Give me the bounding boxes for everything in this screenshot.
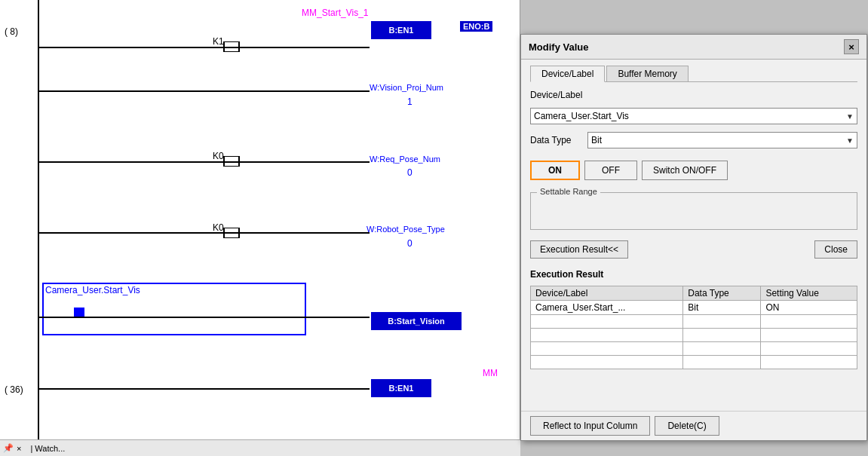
settable-range-group: Settable Range xyxy=(530,192,857,230)
table-empty-row-4 xyxy=(531,356,857,369)
dialog-footer: Reflect to Input Column Delete(C) xyxy=(521,411,866,440)
dialog-title: Modify Value xyxy=(529,41,588,53)
h-line-k1 xyxy=(38,90,370,92)
h-line-k0-2 xyxy=(38,232,370,234)
tab-bar: Device/Label Buffer Memory xyxy=(530,66,857,82)
execution-result-table: Device/Label Data Type Setting Value Cam… xyxy=(530,286,857,369)
contact-k1-top xyxy=(223,41,238,42)
execution-result-button[interactable]: Execution Result<< xyxy=(530,240,628,259)
row-36-number: ( 36) xyxy=(5,384,23,395)
cell-value: ON xyxy=(761,301,857,315)
col-header-setting: Setting Value xyxy=(761,286,857,301)
device-label-input-row: Camera_User.Start_Vis ▼ xyxy=(530,108,857,124)
k1-label: K1 xyxy=(213,36,224,47)
table-row: Camera_User.Start_... Bit ON xyxy=(531,301,857,315)
b-start-vision-block: B:Start_Vision xyxy=(371,312,462,330)
data-type-row: Data Type Bit ▼ xyxy=(530,132,857,148)
ladder-diagram: MM_Start_Vis_1 ( 8) B:EN1 ENO:B K1 W:Vis… xyxy=(0,0,520,456)
vision-proj-label: W:Vision_Proj_Num xyxy=(370,83,443,92)
data-type-label: Data Type xyxy=(530,135,583,145)
table-empty-row-3 xyxy=(531,342,857,356)
contact-k1-right xyxy=(238,41,240,52)
device-label-label: Device/Label xyxy=(530,90,583,100)
contact-k0-1-bot xyxy=(223,166,238,167)
ben1-block-top: B:EN1 xyxy=(371,21,431,39)
contact-k0-2-bot xyxy=(223,237,238,238)
left-rail xyxy=(38,0,39,456)
table-empty-row-1 xyxy=(531,315,857,329)
device-label-row: Device/Label xyxy=(530,90,857,100)
h-line-row36 xyxy=(38,388,370,390)
req-pose-val: 0 xyxy=(407,167,413,178)
contact-k1-bot xyxy=(223,51,238,52)
bottom-bar: 📌 × | Watch... xyxy=(0,439,520,456)
on-button[interactable]: ON xyxy=(530,161,580,180)
cell-datatype: Bit xyxy=(683,301,761,315)
execution-result-section-label: Execution Result xyxy=(530,269,857,280)
robot-pose-val: 0 xyxy=(407,238,413,249)
close-action-button[interactable]: Close xyxy=(814,240,857,259)
reflect-to-input-button[interactable]: Reflect to Input Column xyxy=(530,416,650,436)
h-line-row8 xyxy=(38,47,370,48)
data-type-arrow: ▼ xyxy=(846,136,854,145)
off-button[interactable]: OFF xyxy=(584,161,637,180)
data-type-value: Bit xyxy=(591,135,602,145)
tab-buffer-memory[interactable]: Buffer Memory xyxy=(606,66,688,81)
table-empty-row-2 xyxy=(531,329,857,342)
modify-value-dialog: Modify Value × Device/Label Buffer Memor… xyxy=(520,34,867,441)
data-type-select[interactable]: Bit ▼ xyxy=(587,132,857,148)
device-label-input[interactable]: Camera_User.Start_Vis ▼ xyxy=(530,108,857,124)
close-button[interactable]: × xyxy=(844,39,859,54)
dialog-titlebar: Modify Value × xyxy=(521,35,866,60)
contact-k1-left xyxy=(223,41,225,52)
mm-label: MM xyxy=(483,368,498,378)
on-off-row: ON OFF Switch ON/OFF xyxy=(530,161,857,180)
camera-user-label: Camera_User.Start_Vis xyxy=(45,285,140,295)
col-header-datatype: Data Type xyxy=(683,286,761,301)
device-label-arrow: ▼ xyxy=(846,112,854,121)
robot-pose-label: W:Robot_Pose_Type xyxy=(367,225,445,234)
h-line-camera xyxy=(38,317,370,318)
req-pose-label: W:Req_Pose_Num xyxy=(370,155,440,164)
mm-start-vis-label: MM_Start_Vis_1 xyxy=(302,8,368,18)
delete-button[interactable]: Delete(C) xyxy=(655,416,719,436)
dialog-body: Device/Label Buffer Memory Device/Label … xyxy=(521,60,866,411)
eno-block: ENO:B xyxy=(460,21,492,32)
row-8-number: ( 8) xyxy=(5,26,18,37)
watch-label: | Watch... xyxy=(30,444,65,453)
contact-k0-1-top xyxy=(223,156,238,157)
tab-device-label[interactable]: Device/Label xyxy=(530,66,605,82)
cell-device: Camera_User.Start_... xyxy=(531,301,683,315)
k0-label-1: K0 xyxy=(213,151,224,161)
ben1-block-bottom: B:EN1 xyxy=(371,379,431,397)
device-label-value: Camera_User.Start_Vis xyxy=(534,111,629,121)
contact-k0-2-top xyxy=(223,228,238,228)
pin-icon: 📌 xyxy=(3,443,14,453)
k0-label-2: K0 xyxy=(213,222,224,233)
settable-range-label: Settable Range xyxy=(537,187,600,196)
execution-result-row: Execution Result<< Close xyxy=(530,240,857,259)
vision-proj-val: 1 xyxy=(407,96,413,107)
switch-button[interactable]: Switch ON/OFF xyxy=(642,161,728,180)
col-header-device: Device/Label xyxy=(531,286,683,301)
h-line-k0-1 xyxy=(38,161,370,163)
